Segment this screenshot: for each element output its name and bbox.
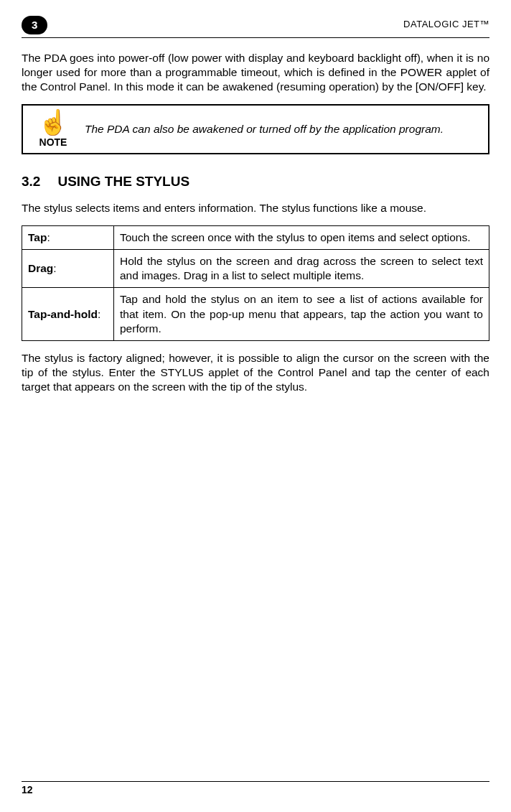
note-box: ☝ NOTE The PDA can also be awakened or t… bbox=[22, 104, 489, 154]
desc-cell: Tap and hold the stylus on an item to se… bbox=[114, 288, 489, 340]
table-row: Drag: Hold the stylus on the screen and … bbox=[22, 250, 489, 288]
footer-rule bbox=[22, 781, 489, 782]
term-cell: Drag: bbox=[22, 250, 114, 288]
term-label: Tap bbox=[28, 231, 47, 243]
note-text: The PDA can also be awakened or turned o… bbox=[76, 118, 481, 141]
term-label: Tap-and-hold bbox=[28, 308, 98, 320]
section-title: USING THE STYLUS bbox=[57, 174, 189, 189]
stylus-actions-table: Tap: Touch the screen once with the styl… bbox=[22, 225, 489, 341]
term-cell: Tap-and-hold: bbox=[22, 288, 114, 340]
section-outro: The stylus is factory aligned; however, … bbox=[22, 351, 489, 394]
section-heading: 3.2USING THE STYLUS bbox=[22, 173, 489, 191]
table-row: Tap-and-hold: Tap and hold the stylus on… bbox=[22, 288, 489, 340]
section-intro: The stylus selects items and enters info… bbox=[22, 201, 489, 215]
intro-paragraph: The PDA goes into power-off (low power w… bbox=[22, 51, 489, 94]
chapter-badge: 3 bbox=[22, 16, 47, 34]
page-header: 3 DATALOGIC JET™ bbox=[22, 16, 489, 34]
desc-cell: Hold the stylus on the screen and drag a… bbox=[114, 250, 489, 288]
section-number: 3.2 bbox=[22, 173, 40, 191]
term-cell: Tap: bbox=[22, 225, 114, 249]
note-icon-block: ☝ NOTE bbox=[30, 110, 76, 149]
term-label: Drag bbox=[28, 262, 53, 274]
header-rule bbox=[22, 37, 489, 38]
pointing-hand-icon: ☝ bbox=[30, 110, 76, 134]
page: 3 DATALOGIC JET™ The PDA goes into power… bbox=[0, 0, 511, 812]
note-label: NOTE bbox=[30, 136, 76, 149]
desc-cell: Touch the screen once with the stylus to… bbox=[114, 225, 489, 249]
page-footer: 12 bbox=[22, 781, 489, 796]
page-number: 12 bbox=[22, 783, 489, 796]
product-title: DATALOGIC JET™ bbox=[403, 19, 489, 31]
table-row: Tap: Touch the screen once with the styl… bbox=[22, 225, 489, 249]
